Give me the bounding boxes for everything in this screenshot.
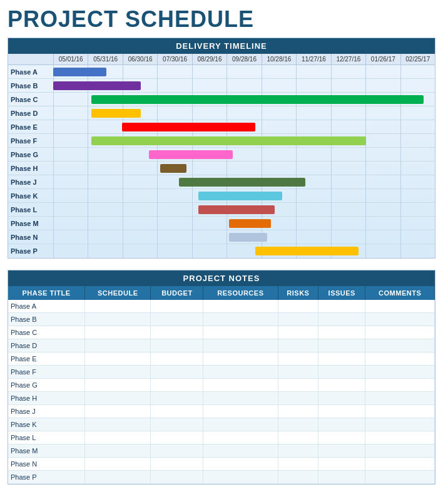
notes-row: Phase M <box>8 445 435 458</box>
gantt-bar <box>53 81 141 90</box>
gantt-row: Phase M <box>8 217 435 230</box>
gantt-phase-label: Phase M <box>8 220 53 227</box>
gantt-bar <box>198 192 282 200</box>
notes-col-header: BUDGET <box>151 286 203 300</box>
notes-cell <box>365 326 435 339</box>
notes-cell <box>85 313 151 326</box>
gantt-bars-area <box>53 120 435 134</box>
notes-col-header: PHASE TITLE <box>8 286 85 300</box>
notes-cell <box>318 471 365 484</box>
gantt-phase-label: Phase E <box>8 123 53 131</box>
gantt-bars-area <box>53 230 435 244</box>
notes-cell <box>365 300 435 313</box>
notes-cell <box>203 431 278 445</box>
notes-cell <box>278 300 318 313</box>
notes-cell <box>203 339 278 352</box>
notes-cell <box>365 445 435 458</box>
gantt-phase-label: Phase D <box>8 110 53 117</box>
notes-cell: Phase L <box>8 431 85 445</box>
notes-col-header: RESOURCES <box>203 286 278 300</box>
notes-cell <box>278 366 318 379</box>
notes-cell <box>365 458 435 471</box>
notes-cell <box>365 392 435 405</box>
notes-cell: Phase K <box>8 418 85 431</box>
notes-cell <box>203 326 278 339</box>
notes-cell <box>203 392 278 405</box>
notes-cell: Phase J <box>8 405 85 418</box>
notes-cell <box>85 405 151 418</box>
notes-cell <box>85 379 151 392</box>
notes-cell <box>318 326 365 339</box>
notes-cell <box>85 300 151 313</box>
notes-cell: Phase N <box>8 458 85 471</box>
gantt-date-label: 05/31/16 <box>88 54 122 64</box>
gantt-label-header <box>8 54 53 64</box>
gantt-bar <box>179 178 305 187</box>
notes-row: Phase J <box>8 405 435 418</box>
notes-thead: PHASE TITLESCHEDULEBUDGETRESOURCESRISKSI… <box>8 286 435 300</box>
gantt-bars-area <box>53 244 435 258</box>
gantt-row: Phase A <box>8 65 435 79</box>
notes-cell <box>203 366 278 379</box>
notes-cell <box>151 471 203 484</box>
gantt-date-label: 11/27/16 <box>296 54 330 64</box>
notes-title: PROJECT NOTES <box>8 270 435 286</box>
notes-col-header: ISSUES <box>318 286 365 300</box>
notes-cell <box>85 431 151 445</box>
notes-cell <box>278 392 318 405</box>
gantt-row: Phase D <box>8 106 435 120</box>
gantt-row: Phase E <box>8 120 435 134</box>
notes-cell <box>85 339 151 352</box>
gantt-bars-area <box>53 79 435 93</box>
notes-cell <box>278 379 318 392</box>
gantt-row: Phase C <box>8 93 435 106</box>
gantt-date-label: 06/30/16 <box>123 54 157 64</box>
notes-cell <box>278 418 318 431</box>
gantt-date-label: 07/30/16 <box>157 54 191 64</box>
notes-cell <box>85 445 151 458</box>
gantt-phase-label: Phase A <box>8 68 53 76</box>
notes-cell <box>151 352 203 366</box>
notes-container: PROJECT NOTES PHASE TITLESCHEDULEBUDGETR… <box>8 270 435 485</box>
gantt-row: Phase H <box>8 162 435 175</box>
notes-cell: Phase F <box>8 366 85 379</box>
notes-col-header: COMMENTS <box>365 286 435 300</box>
notes-cell <box>318 300 365 313</box>
notes-col-header: RISKS <box>278 286 318 300</box>
notes-cell <box>318 313 365 326</box>
gantt-date-label: 08/29/16 <box>192 54 227 64</box>
notes-row: Phase K <box>8 418 435 431</box>
gantt-bars-area <box>53 148 435 162</box>
notes-cell <box>85 392 151 405</box>
gantt-row: Phase G <box>8 148 435 162</box>
notes-cell <box>151 366 203 379</box>
notes-cell <box>151 300 203 313</box>
notes-cell: Phase E <box>8 352 85 366</box>
gantt-bars-area <box>53 162 435 175</box>
notes-row: Phase D <box>8 339 435 352</box>
gantt-bars-area <box>53 65 435 79</box>
notes-cell <box>203 418 278 431</box>
gantt-body: Phase APhase BPhase CPhase DPhase EPhase… <box>8 65 435 258</box>
notes-cell <box>365 352 435 366</box>
notes-cell <box>151 392 203 405</box>
gantt-date-label: 05/01/16 <box>53 54 88 64</box>
page-title: PROJECT SCHEDULE <box>8 6 435 33</box>
notes-row: Phase N <box>8 458 435 471</box>
gantt-phase-label: Phase P <box>8 247 53 255</box>
notes-cell <box>85 352 151 366</box>
notes-row: Phase E <box>8 352 435 366</box>
notes-row: Phase B <box>8 313 435 326</box>
notes-cell <box>365 339 435 352</box>
notes-cell <box>85 326 151 339</box>
notes-row: Phase A <box>8 300 435 313</box>
notes-cell: Phase C <box>8 326 85 339</box>
notes-cell <box>203 445 278 458</box>
gantt-bar <box>91 136 366 145</box>
notes-cell <box>278 405 318 418</box>
notes-cell <box>278 431 318 445</box>
notes-col-header: SCHEDULE <box>85 286 151 300</box>
gantt-phase-label: Phase L <box>8 206 53 213</box>
gantt-bars-area <box>53 175 435 189</box>
notes-cell <box>151 431 203 445</box>
